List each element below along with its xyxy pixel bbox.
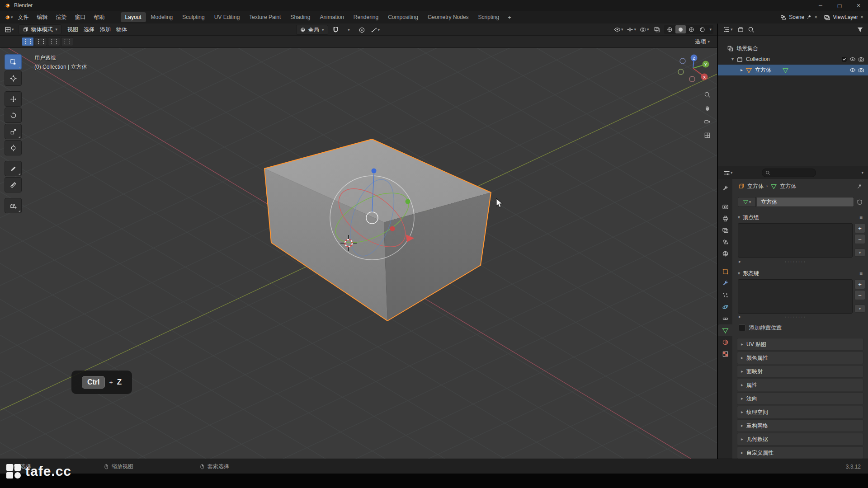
pan-hand-icon[interactable] [704,105,711,112]
editor-type-button[interactable]: ▾ [4,25,15,34]
tab-geometry-nodes[interactable]: Geometry Nodes [423,12,473,22]
tab-physics[interactable] [718,301,732,313]
tab-layout[interactable]: Layout [121,12,146,22]
menu-render[interactable]: 渲染 [52,12,71,23]
chevron-down-icon[interactable]: ▾ [708,28,713,32]
breadcrumb-data[interactable]: 立方体 [780,183,796,190]
tab-animation[interactable]: Animation [315,12,348,22]
shape-keys-list[interactable] [738,279,853,314]
panel-texture-space[interactable]: ▸ 纹理空间 [737,406,863,418]
tab-modeling[interactable]: Modeling [146,12,178,22]
tab-texture-paint[interactable]: Texture Paint [245,12,285,22]
tab-particles[interactable] [718,289,732,301]
outliner-row-collection[interactable]: ▾ Collection [718,54,868,65]
tab-output[interactable] [718,212,732,224]
panel-uv-maps[interactable]: ▸ UV 贴图 [737,338,863,351]
outliner-editor-type-button[interactable]: ▾ [722,25,734,34]
tool-scale[interactable] [5,124,22,139]
chevron-down-icon[interactable]: ▾ [861,171,863,175]
viewport-menu-view[interactable]: 视图 [65,26,80,33]
shape-key-specials-dropdown[interactable]: ▾ [854,305,865,313]
search-icon[interactable] [748,26,755,33]
menu-edit[interactable]: 编辑 [33,12,52,23]
filter-funnel-icon[interactable] [857,26,863,33]
disclosure-triangle-icon[interactable]: ▸ [741,68,743,72]
tab-object-data[interactable] [718,324,732,336]
viewlayer-selector[interactable]: ViewLayer × [824,14,863,21]
panel-normals[interactable]: ▸ 法向 [737,392,863,405]
select-mode-intersect-button[interactable] [61,37,73,46]
tool-rotate[interactable] [5,108,22,123]
camera-view-icon[interactable] [704,118,711,125]
tab-constraints[interactable] [718,313,732,324]
panel-geometry-data[interactable]: ▸ 几何数据 [737,433,863,446]
panel-color-attributes[interactable]: ▸ 颜色属性 [737,352,863,364]
shading-wireframe-button[interactable] [665,25,675,33]
gizmos-dropdown[interactable]: ▾ [626,25,637,34]
maximize-button[interactable]: ▢ [830,0,849,11]
properties-editor-type-button[interactable]: ▾ [722,168,734,177]
shading-solid-button[interactable] [675,25,686,33]
properties-search-input[interactable] [762,169,816,177]
add-shape-key-button[interactable]: + [854,279,865,289]
tab-texture[interactable] [718,348,732,360]
viewport-options-dropdown[interactable]: 选项 ▾ [695,38,710,46]
display-mode-icon[interactable] [737,26,744,33]
menu-file[interactable]: 文件 [14,12,33,23]
pin-icon[interactable] [807,14,812,20]
tool-select-box[interactable] [5,54,22,70]
unlink-viewlayer-icon[interactable]: × [860,14,863,20]
select-mode-set-button[interactable] [22,37,34,46]
object-cube-icon[interactable] [738,183,745,190]
unlink-scene-icon[interactable]: × [814,14,817,20]
add-workspace-button[interactable]: + [504,13,515,22]
data-name-field[interactable]: 立方体 [757,197,854,207]
tab-tool[interactable] [718,183,732,194]
tab-uv-editing[interactable]: UV Editing [210,12,245,22]
tool-cursor[interactable] [5,70,22,86]
viewport-menu-object[interactable]: 物体 [114,26,129,33]
disclosure-triangle-icon[interactable]: ▾ [731,57,734,61]
blender-menu-button[interactable]: ▾ [3,13,14,22]
disable-render-camera-icon[interactable] [858,56,864,62]
tab-shading[interactable]: Shading [286,12,315,22]
remove-vertex-group-button[interactable]: − [854,234,865,244]
pin-icon[interactable] [857,183,863,189]
select-mode-extend-button[interactable] [35,37,47,46]
tab-sculpting[interactable]: Sculpting [178,12,209,22]
select-mode-subtract-button[interactable] [48,37,60,46]
panel-custom-properties[interactable]: ▸ 自定义属性 [737,446,863,459]
menu-window[interactable]: 窗口 [71,12,90,23]
panel-remesh[interactable]: ▸ 重构网格 [737,419,863,432]
tool-transform[interactable] [5,140,22,155]
hide-eye-icon[interactable] [849,56,856,62]
chevron-right-icon[interactable]: ▸ [739,314,741,319]
proportional-falloff-dropdown[interactable]: ▾ [370,25,381,34]
panel-shape-keys-header[interactable]: ▾ 形态键 ≡ [735,268,865,278]
mesh-data-icon[interactable] [770,183,777,190]
overlays-dropdown[interactable]: ▾ [639,25,650,34]
breadcrumb-object[interactable]: 立方体 [747,183,764,190]
tool-move[interactable] [5,91,22,107]
panel-face-maps[interactable]: ▸ 面映射 [737,365,863,378]
tab-rendering[interactable]: Rendering [349,12,383,22]
snap-settings-dropdown[interactable]: ▾ [344,25,354,34]
tab-modifiers[interactable] [718,277,732,289]
mode-dropdown[interactable]: 物体模式 ▾ [19,24,62,34]
shading-rendered-button[interactable] [697,25,708,33]
tool-add-cube[interactable] [5,198,22,213]
proportional-edit-toggle[interactable] [357,25,368,34]
scene-selector[interactable]: Scene × [780,14,817,21]
shading-material-button[interactable] [686,25,697,33]
tab-render[interactable] [718,201,732,212]
tab-world[interactable] [718,248,732,259]
tool-annotate[interactable] [5,161,22,176]
tab-scripting[interactable]: Scripting [474,12,504,22]
tab-view-layer[interactable] [718,224,732,236]
xray-toggle[interactable] [651,25,662,34]
outliner-row-scene-collection[interactable]: 场景集合 [718,43,868,54]
tab-material[interactable] [718,336,732,348]
panel-vertex-groups-header[interactable]: ▾ 顶点组 ≡ [735,212,865,222]
viewport-canvas[interactable]: Z Y X 用户透视 (0) Collection | 立方体 [0,48,717,460]
exclude-checkbox-icon[interactable] [841,56,847,62]
